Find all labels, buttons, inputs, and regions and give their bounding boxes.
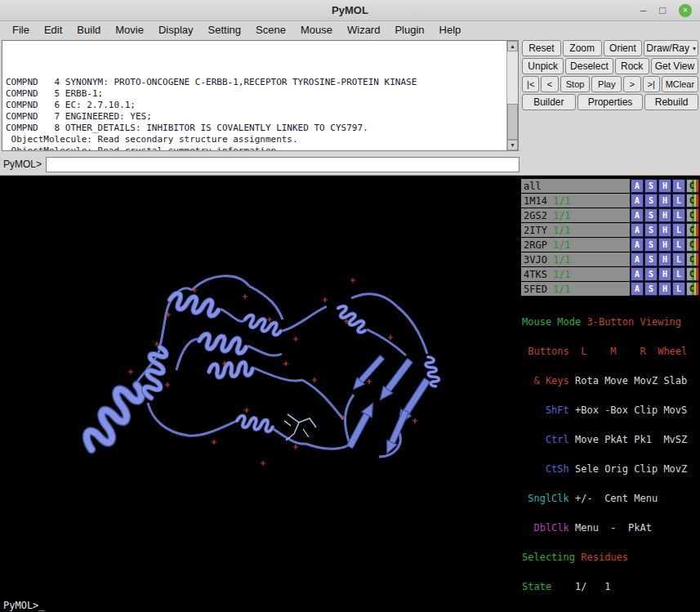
action-menu-button[interactable]: A [631,267,644,281]
label-menu-button[interactable]: L [672,267,685,281]
label-menu-button[interactable]: L [672,223,685,237]
builder-button[interactable]: Builder [522,94,576,110]
object-name-button[interactable]: all [521,179,630,193]
color-menu-button[interactable]: C [686,223,699,237]
hide-menu-button[interactable]: H [658,223,671,237]
object-state-count: 1/1 [553,239,571,251]
label-menu-button[interactable]: L [672,252,685,266]
hide-menu-button[interactable]: H [658,179,671,193]
unpick-button[interactable]: Unpick [522,58,564,74]
menu-item[interactable]: Mouse [293,24,340,36]
show-menu-button[interactable]: S [644,282,658,296]
color-menu-button[interactable]: C [686,267,699,281]
orient-button[interactable]: Orient [604,40,643,56]
object-name-button[interactable]: 2ITY 1/1 [521,223,630,237]
show-menu-button[interactable]: S [644,194,658,208]
object-name-button[interactable]: 1M14 1/1 [521,194,630,208]
color-menu-button[interactable]: C [686,238,699,252]
action-menu-button[interactable]: A [631,208,644,222]
properties-button[interactable]: Properties [577,94,644,110]
menu-item[interactable]: Setting [201,24,248,36]
show-menu-button[interactable]: S [644,238,658,252]
object-state-count: 1/1 [553,195,571,207]
reset-button[interactable]: Reset [522,40,561,56]
object-name-button[interactable]: 2GS2 1/1 [521,208,630,222]
selecting-mode-line[interactable]: Selecting Residues [522,552,700,562]
scroll-down-icon[interactable]: ▼ [507,140,518,150]
viewport-3d[interactable]: PyMOL>_ [0,176,520,612]
label-menu-button[interactable]: L [672,238,685,252]
scrollbar-track[interactable] [507,51,518,140]
minimize-button[interactable]: – [640,4,646,17]
menu-item[interactable]: Scene [248,24,293,36]
object-name-button[interactable]: 5FED 1/1 [521,282,630,296]
log-scrollbar[interactable]: ▲ ▼ [506,41,518,150]
action-menu-button[interactable]: A [631,282,644,296]
action-menu-button[interactable]: A [631,194,644,208]
hide-menu-button[interactable]: H [658,238,671,252]
movie-stop-button[interactable]: Stop [560,76,591,92]
menu-item[interactable]: Build [69,24,108,36]
color-menu-button[interactable]: C [686,208,699,222]
menu-item[interactable]: Edit [37,24,69,36]
label-menu-button[interactable]: L [672,208,685,222]
action-menu-button[interactable]: A [631,252,644,266]
show-menu-button[interactable]: S [644,179,658,193]
log-line: COMPND 8 OTHER_DETAILS: INHIBITOR IS COV… [6,123,505,134]
pymol-window: PyMOL – □ × FileEditBuildMovieDisplaySet… [0,0,700,612]
zoom-button[interactable]: Zoom [563,40,602,56]
deselect-button[interactable]: Deselect [565,58,613,74]
color-menu-button[interactable]: C [686,252,699,266]
action-menu-button[interactable]: A [631,223,644,237]
movie-first-button[interactable]: |< [522,76,539,92]
hide-menu-button[interactable]: H [658,252,671,266]
state-line[interactable]: State 1/ 1 [522,582,700,592]
object-list: all A S H L C 1M14 1/1 [520,179,700,296]
label-menu-button[interactable]: L [672,179,685,193]
object-name-button[interactable]: 3VJO 1/1 [521,252,630,266]
show-menu-button[interactable]: S [644,223,658,237]
menu-item[interactable]: File [5,24,37,36]
color-menu-button[interactable]: C [686,194,699,208]
color-menu-button[interactable]: C [686,282,699,296]
hide-menu-button[interactable]: H [658,194,671,208]
object-row: all A S H L C [520,179,700,193]
movie-clear-button[interactable]: MClear [662,76,698,92]
action-menu-button[interactable]: A [631,179,644,193]
get-view-button[interactable]: Get View [651,58,698,74]
hide-menu-button[interactable]: H [658,282,671,296]
menu-item[interactable]: Display [151,24,201,36]
label-menu-button[interactable]: L [672,282,685,296]
action-menu-button[interactable]: A [631,238,644,252]
draw-ray-button[interactable]: Draw/Ray ▾ [644,40,698,56]
hide-menu-button[interactable]: H [658,208,671,222]
object-name-button[interactable]: 4TKS 1/1 [521,267,630,281]
movie-play-button[interactable]: Play [591,76,622,92]
mouse-mode-panel: Mouse Mode 3-Button Viewing Buttons L M … [520,296,700,612]
rock-button[interactable]: Rock [615,58,649,74]
movie-next-button[interactable]: > [623,76,640,92]
hide-menu-button[interactable]: H [658,267,671,281]
show-menu-button[interactable]: S [644,252,658,266]
command-input[interactable] [46,157,519,172]
chevron-down-icon[interactable]: ▾ [693,45,696,52]
window-controls: – □ × [640,0,692,21]
close-button[interactable]: × [679,4,692,17]
scroll-up-icon[interactable]: ▲ [507,41,518,51]
label-menu-button[interactable]: L [672,194,685,208]
mouse-mode-line[interactable]: Mouse Mode 3-Button Viewing [522,317,700,327]
object-name-button[interactable]: 2RGP 1/1 [521,238,630,252]
show-menu-button[interactable]: S [644,208,658,222]
rebuild-button[interactable]: Rebuild [644,94,698,110]
show-menu-button[interactable]: S [644,267,658,281]
menu-item[interactable]: Help [432,24,469,36]
scrollbar-thumb[interactable] [507,104,518,140]
menu-item[interactable]: Movie [108,24,151,36]
menu-item[interactable]: Wizard [340,24,387,36]
menu-item[interactable]: Plugin [387,24,431,36]
object-state-count: 1/1 [553,254,571,266]
movie-last-button[interactable]: >| [643,76,660,92]
movie-prev-button[interactable]: < [541,76,558,92]
color-menu-button[interactable]: C [686,179,699,193]
maximize-button[interactable]: □ [659,4,666,17]
